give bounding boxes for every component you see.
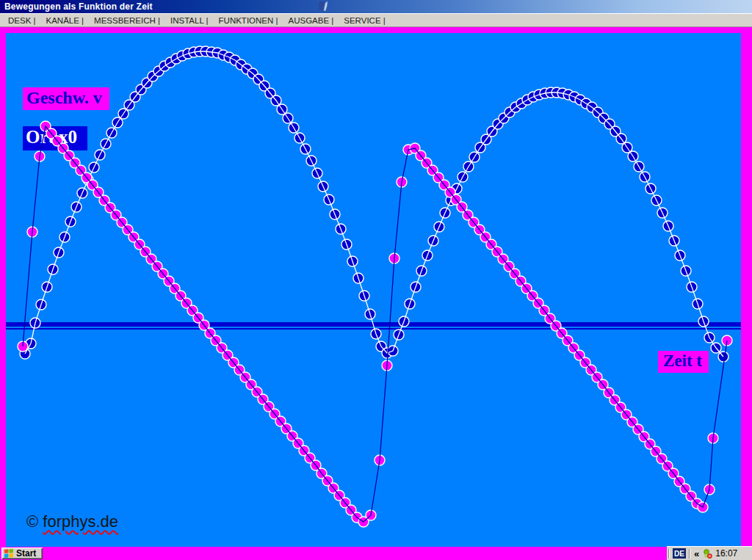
chart-canvas: [6, 33, 741, 547]
window-title: Bewegungen als Funktion der Zeit: [4, 1, 153, 12]
series-ort-x0: [20, 46, 728, 362]
pen-cursor-icon: [318, 1, 330, 12]
menu-item-funktionen[interactable]: FUNKTIONEN |: [214, 16, 284, 25]
screen: Bewegungen als Funktion der Zeit DESK | …: [0, 0, 752, 560]
menu-item-ausgabe[interactable]: AUSGABE |: [283, 16, 339, 25]
title-bar: Bewegungen als Funktion der Zeit: [0, 0, 752, 13]
menu-item-desk[interactable]: DESK |: [4, 16, 42, 25]
menu-item-kanaele[interactable]: KANÄLE |: [42, 16, 90, 25]
system-tray: DE « 16:07: [667, 546, 752, 560]
tray-chevron-button[interactable]: «: [692, 549, 701, 559]
menu-item-install[interactable]: INSTALL |: [166, 16, 214, 25]
plot-frame: Geschw. v Ort x0 Zeit t © forphys.de: [0, 27, 752, 560]
tray-divider: [689, 549, 690, 559]
language-indicator[interactable]: DE: [673, 548, 686, 559]
menu-item-messbereich[interactable]: MESSBEREICH |: [90, 16, 166, 25]
clock: 16:07: [714, 548, 740, 559]
plot-area: Geschw. v Ort x0 Zeit t © forphys.de: [6, 33, 741, 547]
start-button-label: Start: [16, 549, 36, 558]
menu-bar: DESK | KANÄLE | MESSBEREICH | INSTALL | …: [0, 13, 752, 27]
menu-item-service[interactable]: SERVICE |: [339, 16, 391, 25]
tray-app-icon[interactable]: [702, 548, 713, 559]
start-button[interactable]: Start: [1, 548, 43, 559]
tray-divider: [668, 549, 670, 559]
windows-logo-icon: [4, 548, 14, 559]
